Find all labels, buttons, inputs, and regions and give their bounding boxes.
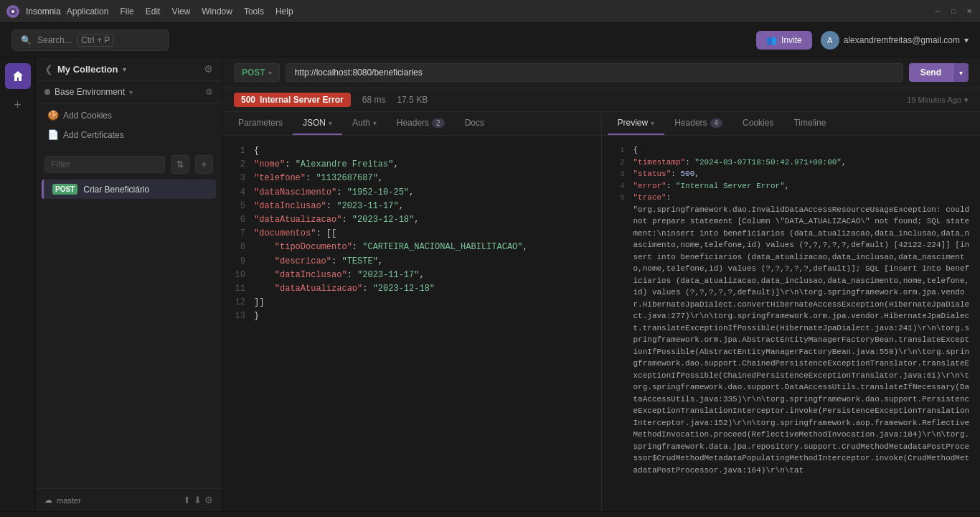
collection-title: My Collection bbox=[57, 64, 118, 75]
branch-name: master bbox=[57, 496, 81, 505]
add-cookies-label: Add Cookies bbox=[63, 111, 112, 121]
request-item-criar-beneficiario[interactable]: POST Criar Beneficiário bbox=[42, 180, 216, 199]
collection-title-chevron-icon: ▾ bbox=[123, 65, 126, 73]
user-info[interactable]: A alexandremfreitas@gmail.com ▾ bbox=[821, 31, 969, 50]
tab-docs[interactable]: Docs bbox=[455, 112, 494, 135]
title-bar-menu: Application File Edit View Window Tools … bbox=[67, 6, 293, 17]
resp-line-4: 4 "error": "Internal Server Error", bbox=[611, 180, 972, 192]
sidebar-items: 🍪 Add Cookies 📄 Add Certificates bbox=[36, 103, 222, 146]
tab-json[interactable]: JSON ▾ bbox=[293, 112, 342, 135]
request-panel: Parameters JSON ▾ Auth ▾ Headers 2 Docs bbox=[222, 112, 602, 511]
status-bar: Beautify JSON $.store.books[*].author 0 … bbox=[0, 511, 980, 517]
invite-label: Invite bbox=[781, 35, 802, 45]
add-cookies-link[interactable]: 🍪 Add Cookies bbox=[42, 106, 216, 124]
tab-timeline[interactable]: Timeline bbox=[783, 112, 836, 135]
sidebar-settings-button[interactable]: ⚙ bbox=[204, 63, 213, 75]
branch-icon: ☁ bbox=[44, 495, 52, 505]
tab-preview[interactable]: Preview ▾ bbox=[608, 112, 665, 135]
timestamp-chevron-icon: ▾ bbox=[964, 96, 969, 105]
tab-parameters[interactable]: Parameters bbox=[228, 112, 293, 135]
method-selector[interactable]: POST ▾ bbox=[234, 63, 280, 82]
search-bar[interactable]: 🔍 Search... Ctrl + P bbox=[11, 29, 169, 51]
send-group: Send ▾ bbox=[909, 63, 969, 82]
sidebar-collapse-button[interactable]: ❮ bbox=[44, 63, 53, 75]
resp-line-3: 3 "status": 500, bbox=[611, 168, 972, 180]
code-line-5: 5 "dataInclusao": "2023-11-17", bbox=[231, 200, 593, 213]
code-line-11: 11 "dataAtualizacao": "2023-12-18" bbox=[231, 282, 593, 296]
env-settings-icon[interactable]: ⚙ bbox=[205, 87, 213, 97]
sidebar-header: ❮ My Collection ▾ ⚙ bbox=[36, 57, 222, 81]
response-bar: 500 Internal Server Error 68 ms 17.5 KB … bbox=[222, 88, 980, 112]
status-text: Internal Server Error bbox=[260, 95, 344, 105]
svg-point-2 bbox=[11, 10, 14, 13]
branch-icons: ⬆ ⬇ ⚙ bbox=[183, 495, 213, 506]
code-line-7: 7 "documentos": [[ bbox=[231, 227, 593, 241]
panels: Parameters JSON ▾ Auth ▾ Headers 2 Docs bbox=[222, 112, 980, 511]
filter-sort-button[interactable]: ⇅ bbox=[171, 155, 189, 174]
add-certificates-label: Add Certificates bbox=[63, 130, 124, 140]
tab-response-headers[interactable]: Headers 4 bbox=[664, 112, 732, 135]
app-logo-icon bbox=[6, 4, 20, 19]
add-certificates-link[interactable]: 📄 Add Certificates bbox=[42, 126, 216, 144]
invite-button[interactable]: 👥 Invite bbox=[756, 31, 812, 50]
code-line-1: 1 { bbox=[231, 144, 593, 158]
close-button[interactable]: ✕ bbox=[964, 6, 974, 17]
request-name: Criar Beneficiário bbox=[83, 185, 149, 195]
menu-view[interactable]: View bbox=[171, 6, 190, 17]
environment-selector[interactable]: Base Environment ▾ ⚙ bbox=[36, 81, 222, 103]
cookie-icon: 🍪 bbox=[47, 110, 59, 121]
sidebar: ❮ My Collection ▾ ⚙ Base Environment ▾ ⚙… bbox=[36, 57, 222, 511]
settings-icon[interactable]: ⚙ bbox=[204, 495, 213, 506]
menu-application[interactable]: Application bbox=[67, 6, 109, 17]
menu-window[interactable]: Window bbox=[202, 6, 232, 17]
status-code: 500 bbox=[241, 95, 255, 105]
window-controls: ─ □ ✕ bbox=[933, 6, 974, 17]
top-bar: 🔍 Search... Ctrl + P 👥 Invite A alexandr… bbox=[0, 23, 980, 57]
code-line-2: 2 "nome": "Alexandre Freitas", bbox=[231, 158, 593, 172]
sidebar-header-left: ❮ My Collection ▾ bbox=[44, 63, 126, 75]
code-line-10: 10 "dataInclusao": "2023-11-17", bbox=[231, 269, 593, 282]
content-area: POST ▾ Send ▾ 500 Internal Server Error … bbox=[222, 57, 980, 511]
filter-input[interactable] bbox=[44, 156, 165, 173]
send-button[interactable]: Send bbox=[909, 63, 953, 82]
url-input[interactable] bbox=[286, 63, 903, 82]
user-chevron-icon: ▾ bbox=[964, 35, 969, 45]
menu-tools[interactable]: Tools bbox=[244, 6, 264, 17]
tab-auth[interactable]: Auth ▾ bbox=[342, 112, 387, 135]
response-time: 68 ms bbox=[362, 95, 386, 105]
menu-file[interactable]: File bbox=[120, 6, 133, 17]
response-body-content: 1 { 2 "timestamp": "2024-03-07T18:50:42.… bbox=[602, 136, 981, 511]
avatar-initial: A bbox=[827, 36, 832, 45]
send-dropdown-button[interactable]: ▾ bbox=[953, 63, 969, 82]
home-activity-icon[interactable] bbox=[5, 63, 31, 89]
code-line-6: 6 "dataAtualizacao": "2023-12-18", bbox=[231, 213, 593, 227]
filter-add-button[interactable]: + bbox=[195, 155, 214, 174]
download-icon[interactable]: ⬇ bbox=[194, 495, 202, 506]
sidebar-filter: ⇅ + bbox=[36, 149, 222, 180]
tab-headers[interactable]: Headers 2 bbox=[387, 112, 455, 135]
maximize-button[interactable]: □ bbox=[948, 6, 958, 17]
tab-cookies[interactable]: Cookies bbox=[732, 112, 783, 135]
sync-icon[interactable]: ⬆ bbox=[183, 495, 191, 506]
code-line-13: 13 } bbox=[231, 309, 593, 323]
resp-line-2: 2 "timestamp": "2024-03-07T18:50:42.971+… bbox=[611, 157, 972, 169]
env-left: Base Environment ▾ bbox=[44, 87, 133, 97]
response-panel: Preview ▾ Headers 4 Cookies Timeline 1 { bbox=[602, 112, 981, 511]
menu-help[interactable]: Help bbox=[275, 6, 293, 17]
menu-edit[interactable]: Edit bbox=[146, 6, 161, 17]
branch-info: ☁ master bbox=[44, 495, 81, 505]
request-body-editor[interactable]: 1 { 2 "nome": "Alexandre Freitas", 3 "te… bbox=[222, 136, 601, 511]
resp-line-5: 5 "trace": bbox=[611, 192, 972, 204]
request-method-badge: POST bbox=[52, 184, 77, 195]
minimize-button[interactable]: ─ bbox=[933, 6, 943, 17]
activity-bar: + bbox=[0, 57, 36, 511]
invite-icon: 👥 bbox=[766, 35, 777, 45]
title-bar-left: Insomnia Application File Edit View Wind… bbox=[6, 4, 293, 19]
add-collection-button[interactable]: + bbox=[14, 98, 22, 113]
main-layout: + ❮ My Collection ▾ ⚙ Base Environment ▾… bbox=[0, 57, 980, 511]
env-chevron-icon: ▾ bbox=[129, 88, 133, 96]
env-label: Base Environment bbox=[55, 87, 125, 97]
method-text: POST bbox=[242, 67, 265, 78]
code-line-9: 9 "descricao": "TESTE", bbox=[231, 255, 593, 269]
search-icon: 🔍 bbox=[21, 35, 32, 45]
